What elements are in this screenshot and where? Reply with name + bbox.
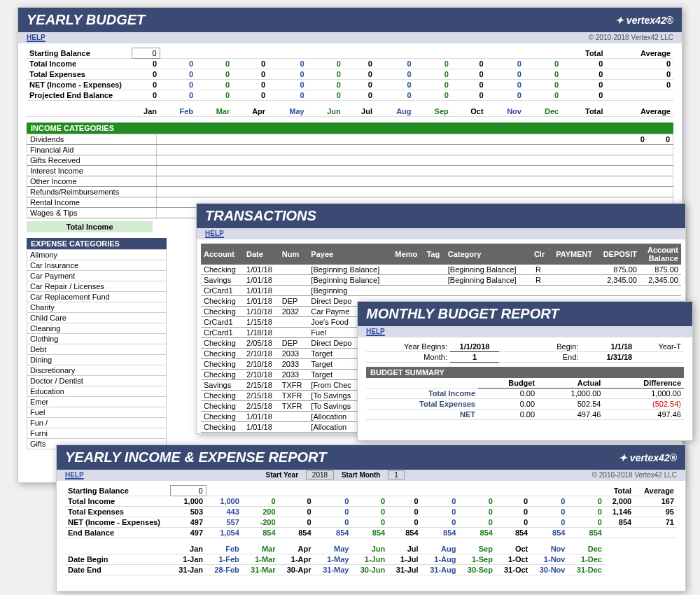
txn-cell[interactable]: TXFR (279, 380, 309, 391)
txn-cell[interactable]: 2/15/18 (244, 391, 279, 401)
txn-cell[interactable] (424, 286, 444, 296)
expense-category[interactable]: Clothing (27, 333, 167, 344)
txn-cell[interactable]: 2/05/18 (244, 338, 279, 349)
txn-cell[interactable]: DEP (279, 338, 309, 349)
txn-cell[interactable] (392, 265, 424, 275)
txn-cell[interactable] (529, 286, 547, 296)
txn-cell[interactable]: 1/01/18 (244, 286, 279, 296)
expense-category[interactable]: Furni (27, 428, 167, 438)
txn-cell[interactable]: Checking (201, 433, 244, 435)
txn-cell[interactable]: Checking (201, 391, 244, 401)
expense-category[interactable]: Child Care (27, 312, 167, 323)
txn-cell[interactable] (547, 286, 595, 296)
txn-cell[interactable]: 2/10/18 (244, 359, 279, 370)
txn-cell[interactable]: Checking (201, 338, 244, 349)
txn-cell[interactable]: 1/10/18 (244, 307, 279, 317)
help-link[interactable]: HELP (27, 34, 46, 42)
txn-cell[interactable] (445, 286, 529, 296)
txn-cell[interactable]: Checking (201, 307, 244, 317)
txn-cell[interactable]: TXFR (279, 391, 309, 401)
income-category[interactable]: Dividends (27, 134, 157, 144)
txn-cell[interactable]: CrCard1 (201, 317, 244, 328)
txn-cell[interactable]: [Beginning (308, 286, 392, 296)
expense-category[interactable]: Education (27, 386, 167, 396)
txn-cell[interactable]: [Beginning Balance] (308, 275, 392, 286)
y-starting-balance-value[interactable]: 0 (170, 486, 206, 496)
income-category[interactable]: Wages & Tips (27, 207, 157, 218)
txn-cell[interactable]: 2032 (279, 307, 309, 317)
starting-balance-value[interactable]: 0 (132, 48, 160, 59)
txn-cell[interactable]: 1/18/18 (244, 328, 279, 338)
txn-cell[interactable]: 2/01/18 (244, 433, 279, 435)
txn-cell[interactable]: CrCard1 (201, 328, 244, 338)
txn-cell[interactable]: 1/15/18 (244, 317, 279, 328)
start-year-value[interactable]: 2018 (306, 470, 334, 479)
txn-cell[interactable]: 2/10/18 (244, 370, 279, 380)
month-value[interactable]: 1 (450, 352, 499, 363)
txn-cell[interactable]: Checking (201, 265, 244, 275)
txn-cell[interactable]: Savings (201, 380, 244, 391)
txn-cell[interactable]: Checking (201, 359, 244, 370)
txn-cell[interactable] (279, 433, 309, 435)
txn-cell[interactable]: 2033 (279, 349, 309, 359)
txn-cell[interactable] (279, 275, 309, 286)
txn-cell[interactable] (279, 317, 309, 328)
expense-category[interactable]: Car Payment (27, 270, 167, 281)
txn-cell[interactable]: Savings (201, 275, 244, 286)
txn-cell[interactable]: 2033 (279, 359, 309, 370)
txn-cell[interactable] (547, 275, 595, 286)
year-begins-value[interactable]: 1/1/2018 (450, 342, 499, 352)
income-category[interactable]: Rental Income (27, 197, 157, 207)
txn-cell[interactable]: CrCard1 (201, 286, 244, 296)
txn-cell[interactable] (279, 422, 309, 433)
expense-category[interactable]: Charity (27, 302, 167, 312)
txn-cell[interactable]: Checking (201, 401, 244, 412)
txn-cell[interactable] (424, 275, 444, 286)
txn-cell[interactable]: 2/15/18 (244, 401, 279, 412)
expense-category[interactable]: Emer (27, 396, 167, 407)
help-link[interactable]: HELP (65, 471, 84, 479)
expense-category[interactable]: Cleaning (27, 323, 167, 333)
txn-cell[interactable]: [Beginning Balance] (445, 265, 529, 275)
expense-category[interactable]: Car Repair / Licenses (27, 281, 167, 291)
expense-category[interactable]: Doctor / Dentist (27, 375, 167, 386)
txn-cell[interactable]: Checking (201, 370, 244, 380)
income-category[interactable]: Gifts Received (27, 155, 157, 165)
txn-cell[interactable]: 1/01/18 (244, 412, 279, 422)
txn-cell[interactable] (640, 286, 681, 296)
start-month-value[interactable]: 1 (388, 470, 405, 479)
txn-cell[interactable]: DEP (279, 296, 309, 307)
txn-cell[interactable] (392, 286, 424, 296)
txn-cell[interactable] (279, 286, 309, 296)
txn-cell[interactable]: 875.00 (595, 265, 640, 275)
income-category[interactable]: Refunds/Reimbursements (27, 186, 157, 197)
txn-cell[interactable] (279, 328, 309, 338)
txn-cell[interactable]: Checking (201, 296, 244, 307)
txn-cell[interactable]: 1/01/18 (244, 296, 279, 307)
txn-cell[interactable]: 2,345.00 (595, 275, 640, 286)
expense-category[interactable]: Fuel (27, 407, 167, 417)
txn-cell[interactable] (279, 265, 309, 275)
expense-category[interactable]: Discretionary (27, 365, 167, 375)
income-category[interactable]: Financial Aid (27, 144, 157, 155)
txn-cell[interactable]: 875.00 (640, 265, 681, 275)
txn-cell[interactable] (595, 286, 640, 296)
txn-cell[interactable] (547, 265, 595, 275)
txn-cell[interactable]: R (529, 265, 547, 275)
txn-cell[interactable]: 1/01/18 (244, 265, 279, 275)
txn-cell[interactable]: TXFR (279, 401, 309, 412)
txn-cell[interactable]: [Beginning Balance] (445, 275, 529, 286)
txn-cell[interactable]: 2033 (279, 370, 309, 380)
expense-category[interactable]: Fun / (27, 417, 167, 428)
txn-cell[interactable] (279, 412, 309, 422)
expense-category[interactable]: Car Replacement Fund (27, 291, 167, 302)
expense-category[interactable]: Car Insurance (27, 260, 167, 270)
txn-cell[interactable] (392, 275, 424, 286)
txn-cell[interactable]: 1/01/18 (244, 275, 279, 286)
txn-cell[interactable]: 1/01/18 (244, 422, 279, 433)
txn-cell[interactable]: Checking (201, 422, 244, 433)
txn-cell[interactable]: 2/15/18 (244, 380, 279, 391)
expense-category[interactable]: Dining (27, 354, 167, 365)
txn-cell[interactable]: R (529, 275, 547, 286)
income-category[interactable]: Other Income (27, 176, 157, 186)
